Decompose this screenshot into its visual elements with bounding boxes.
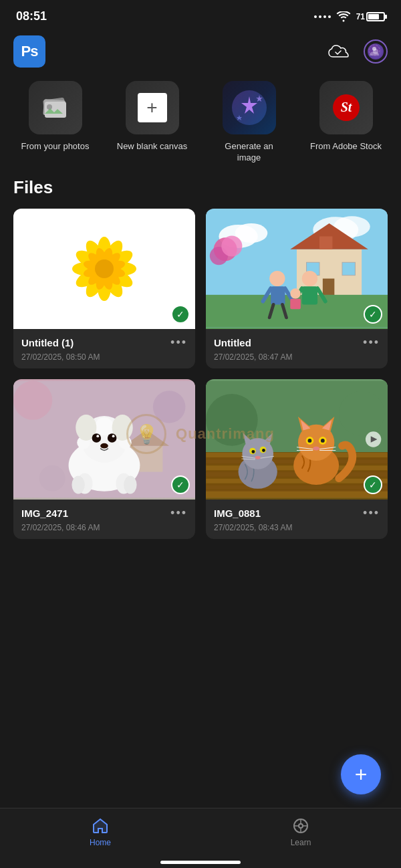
svg-point-88 <box>100 443 108 449</box>
stock-icon-bg: St <box>319 81 373 134</box>
file-info-1: Untitled (1) ••• 27/02/2025, 08:50 AM <box>13 329 195 368</box>
file-name-3: IMG_2471 <box>21 508 68 519</box>
status-time: 08:51 <box>16 9 47 23</box>
file-check-badge-2: ✓ <box>364 305 382 324</box>
svg-point-63 <box>290 288 301 299</box>
canvas-icon-bg: + <box>126 81 179 134</box>
nav-item-home[interactable]: Home <box>0 808 200 855</box>
nav-item-learn[interactable]: Learn <box>200 808 401 855</box>
battery-level: 71 <box>356 12 365 21</box>
adobe-account-icon[interactable] <box>364 39 388 64</box>
file-name-row-2: Untitled ••• <box>214 336 380 350</box>
svg-point-75 <box>124 475 136 494</box>
quick-action-from-photos[interactable]: From your photos <box>19 81 92 164</box>
quick-action-new-canvas[interactable]: + New blank canvas <box>116 81 189 164</box>
cloud-sync-icon[interactable] <box>326 39 350 64</box>
svg-point-53 <box>269 271 285 286</box>
app-header: Ps <box>0 30 401 76</box>
dog-scene-svg <box>13 379 195 500</box>
file-thumb-flower: ✓ <box>13 209 195 329</box>
file-more-4[interactable]: ••• <box>363 506 380 520</box>
file-card-untitled-2[interactable]: ✓ Untitled ••• 27/02/2025, 08:47 AM <box>206 209 388 368</box>
bottom-nav: Home Learn <box>0 808 401 868</box>
generate-label: Generate an image <box>213 141 286 164</box>
svg-rect-96 <box>206 485 388 490</box>
adobe-stock-icon: St <box>319 81 373 134</box>
photos-icon-bg <box>29 81 82 134</box>
quick-actions-row: From your photos + New blank canvas <box>0 76 401 177</box>
file-name-row-1: Untitled (1) ••• <box>21 336 187 350</box>
home-label: Home <box>90 838 111 847</box>
fab-plus-icon: + <box>355 762 368 787</box>
new-canvas-label: New blank canvas <box>117 141 188 152</box>
file-card-img2471[interactable]: ✓ IMG_2471 ••• 27/02/2025, 08:46 AM <box>13 379 195 539</box>
svg-rect-54 <box>271 286 285 304</box>
file-more-1[interactable]: ••• <box>170 336 187 350</box>
svg-point-122 <box>262 449 265 452</box>
header-icons <box>326 39 388 64</box>
home-indicator <box>160 861 241 864</box>
cat-scene-svg <box>206 379 388 500</box>
battery-fill <box>368 14 379 19</box>
file-more-3[interactable]: ••• <box>170 506 187 520</box>
svg-point-68 <box>39 465 65 492</box>
file-grid: ✓ Untitled (1) ••• 27/02/2025, 08:50 AM <box>13 209 388 539</box>
svg-point-66 <box>13 381 52 419</box>
file-name-2: Untitled <box>214 337 251 348</box>
svg-point-37 <box>95 259 114 278</box>
battery-box <box>366 12 385 21</box>
svg-point-59 <box>302 271 317 286</box>
svg-point-121 <box>251 450 255 453</box>
ps-logo[interactable]: Ps <box>13 35 45 68</box>
file-name-1: Untitled (1) <box>21 337 74 348</box>
svg-point-51 <box>221 235 242 256</box>
quick-action-generate[interactable]: Generate an image <box>213 81 286 164</box>
svg-rect-60 <box>302 286 317 304</box>
file-date-2: 27/02/2025, 08:47 AM <box>214 352 380 362</box>
svg-point-84 <box>92 433 102 443</box>
svg-point-6 <box>47 104 52 110</box>
file-name-4: IMG_0881 <box>214 508 261 519</box>
file-check-badge-4: ✓ <box>364 475 382 494</box>
file-more-2[interactable]: ••• <box>363 336 380 350</box>
wifi-icon <box>336 11 351 22</box>
svg-point-110 <box>313 446 319 450</box>
svg-rect-64 <box>290 298 301 309</box>
file-thumb-family: ✓ <box>206 209 388 329</box>
learn-label: Learn <box>291 838 311 847</box>
file-name-row-4: IMG_0881 ••• <box>214 506 380 520</box>
from-photos-icon <box>29 81 82 134</box>
signal-icon <box>314 15 331 18</box>
files-title: Files <box>13 177 388 198</box>
svg-rect-95 <box>206 478 388 483</box>
svg-point-85 <box>108 433 117 443</box>
file-thumb-cat: ✓ <box>206 379 388 500</box>
svg-point-86 <box>96 435 99 437</box>
svg-point-98 <box>206 394 258 446</box>
svg-point-123 <box>255 456 261 459</box>
fab-add-button[interactable]: + <box>341 754 381 794</box>
svg-rect-45 <box>319 236 332 249</box>
file-name-row-3: IMG_2471 ••• <box>21 506 187 520</box>
svg-text:St: St <box>340 100 352 114</box>
svg-point-1 <box>372 47 376 51</box>
svg-point-74 <box>72 475 84 494</box>
flower-svg <box>64 229 144 309</box>
file-date-3: 27/02/2025, 08:46 AM <box>21 523 187 532</box>
svg-point-67 <box>153 391 186 423</box>
adobe-icon-inner <box>368 43 384 60</box>
family-scene-svg <box>206 209 388 329</box>
file-thumb-dog: ✓ <box>13 379 195 500</box>
home-icon <box>91 817 110 835</box>
file-date-4: 27/02/2025, 08:43 AM <box>214 523 380 532</box>
file-check-badge-1: ✓ <box>171 305 190 324</box>
quick-action-adobe-stock[interactable]: St From Adobe Stock <box>309 81 383 164</box>
svg-point-79 <box>95 417 113 435</box>
file-card-img0881[interactable]: ✓ IMG_0881 ••• 27/02/2025, 08:43 AM <box>206 379 388 539</box>
file-card-untitled-1[interactable]: ✓ Untitled (1) ••• 27/02/2025, 08:50 AM <box>13 209 195 368</box>
file-date-1: 27/02/2025, 08:50 AM <box>21 352 187 362</box>
new-canvas-icon: + <box>126 81 179 134</box>
svg-rect-97 <box>206 491 388 498</box>
file-info-3: IMG_2471 ••• 27/02/2025, 08:46 AM <box>13 500 195 539</box>
from-photos-label: From your photos <box>21 141 90 152</box>
